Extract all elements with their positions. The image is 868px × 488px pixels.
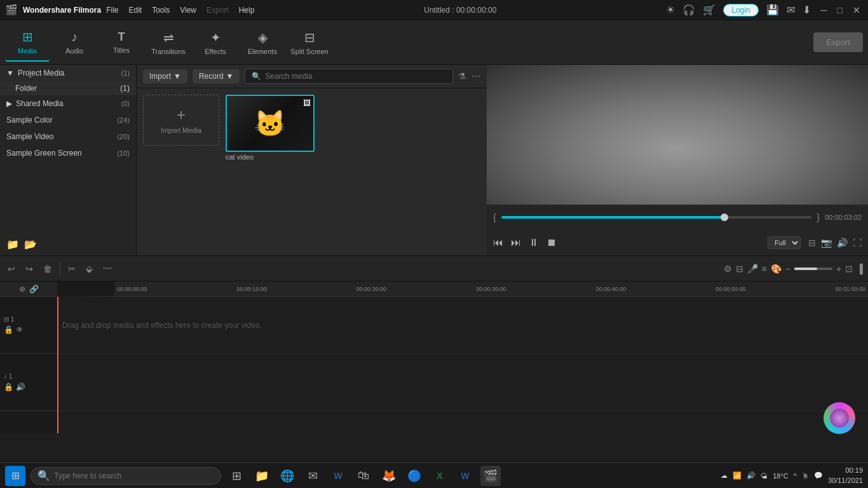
shared-media-item[interactable]: ▶ Shared Media (0) [0,95,136,112]
sample-video-item[interactable]: Sample Video (20) [0,128,136,145]
folder-link-icon[interactable]: 📂 [24,238,37,250]
progress-thumb[interactable] [721,214,728,221]
volume-icon[interactable]: 🔊 [837,238,848,248]
step-back-button[interactable]: ⏭ [511,237,521,248]
redo-button[interactable]: ↪ [23,262,36,275]
menu-file[interactable]: File [106,6,118,15]
search-input[interactable] [265,72,446,81]
headset-icon[interactable]: 🎧 [682,4,695,16]
toolbar-item-audio[interactable]: ♪ Audio [52,24,97,62]
toolbar-item-media[interactable]: ⊞ Media [5,24,50,62]
waveform-button[interactable]: 〰 [100,262,114,275]
excel-icon[interactable]: X [430,466,450,486]
firefox-icon[interactable]: 🦊 [379,466,399,486]
cat-video-thumb[interactable]: 🐱 🖼 cat video [226,95,315,161]
mic-icon[interactable]: 🎤 [747,264,758,274]
stop-button[interactable]: ⏹ [546,237,557,248]
toolbar-item-transitions[interactable]: ⇌ Transitions [146,24,191,62]
crop-icon[interactable]: ⊟ [736,264,743,274]
login-button[interactable]: Login [723,4,758,17]
fullscreen-icon[interactable]: ⛶ [853,238,862,248]
speed-icon[interactable]: ⚙ [724,264,732,274]
timeline-cursor[interactable] [57,297,58,433]
sample-green-item[interactable]: Sample Green Screen (10) [0,145,136,161]
undo-button[interactable]: ↩ [5,262,18,275]
taskbar-search-input[interactable] [54,471,214,480]
taskbar-search[interactable]: 🔍 [31,467,221,485]
edge-icon[interactable]: 🌐 [277,466,297,486]
fit-timeline-icon[interactable]: ⊡ [845,264,853,274]
taskview-button[interactable]: ⊞ [226,466,247,486]
project-media-item[interactable]: ▼ Project Media (1) [0,65,136,81]
network-icon[interactable]: 📶 [733,471,742,480]
export-button[interactable]: Export [813,32,863,52]
audio-mute-icon[interactable]: 🔊 [16,383,25,391]
menu-tools[interactable]: Tools [152,6,170,15]
folder-item[interactable]: Folder (1) [0,81,136,95]
plus-zoom-icon[interactable]: + [836,264,841,274]
record-button[interactable]: Record ▼ [193,69,240,83]
more-options-icon[interactable]: ▐ [857,264,863,274]
filmora-taskbar-icon[interactable]: 🎬 [480,466,501,486]
search-box[interactable]: 🔍 [245,69,453,84]
scissors-button[interactable]: ✂ [65,262,78,275]
minimize-button[interactable]: ─ [818,5,830,15]
delete-button[interactable]: 🗑 [41,262,55,275]
lock-icon[interactable]: 🔒 [4,325,13,334]
video-track-lane[interactable]: Drag and drop media and effects here to … [57,297,868,354]
word2-icon[interactable]: W [455,466,475,486]
pause-button[interactable]: ⏸ [529,237,539,248]
sample-color-item[interactable]: Sample Color (24) [0,112,136,128]
screenshot-icon[interactable]: 📷 [821,238,832,248]
maximize-button[interactable]: □ [835,5,845,15]
download-icon[interactable]: ⬇ [803,4,811,16]
toolbar-item-elements[interactable]: ◈ Elements [240,24,285,62]
link-icon[interactable]: 🔗 [29,285,39,294]
cloud-icon[interactable]: ☁ [721,471,728,480]
word-icon[interactable]: W [328,466,348,486]
start-button[interactable]: ⊞ [5,466,25,486]
mail-icon[interactable]: ✉ [302,466,323,486]
minus-icon[interactable]: − [785,264,790,274]
fit-to-screen-icon[interactable]: ⊟ [808,238,816,248]
sun-icon[interactable]: ☀ [666,4,675,16]
store-icon[interactable]: 🛍 [353,466,374,486]
import-button[interactable]: Import ▼ [143,69,187,83]
eye-icon[interactable]: 👁 [16,325,24,334]
menu-view[interactable]: View [180,6,196,15]
bracket-left-icon[interactable]: { [493,212,496,222]
notification-icon[interactable]: ✉ [787,4,795,16]
skip-back-button[interactable]: ⏮ [493,237,503,248]
color-icon[interactable]: 🎨 [771,264,782,274]
grid-view-icon[interactable]: ⋯ [471,71,480,81]
toolbar-item-split-screen[interactable]: ⊟ Split Screen [287,24,332,62]
align-icon[interactable]: ≡ [762,264,767,274]
zoom-slider[interactable] [794,268,832,270]
snap-icon[interactable]: ⊕ [19,285,25,294]
split-button[interactable]: ⬙ [83,262,95,275]
explorer-icon[interactable]: 📁 [252,466,272,486]
preview-progress-bar[interactable] [501,216,812,219]
speaker-icon[interactable]: 🔊 [747,471,756,480]
add-folder-icon[interactable]: 📁 [6,238,19,250]
zoom-select[interactable]: Full [768,236,801,249]
filter-icon[interactable]: ⚗ [458,71,466,81]
input-method-icon[interactable]: 🖱 [802,472,809,480]
menu-export[interactable]: Export [207,6,229,15]
toolbar-item-titles[interactable]: T Titles [99,24,144,62]
chrome-icon[interactable]: 🔵 [404,466,424,486]
import-media-placeholder[interactable]: + Import Media [143,95,219,146]
menu-help[interactable]: Help [239,6,255,15]
chevron-up-icon[interactable]: ^ [794,472,797,480]
audio-lock-icon[interactable]: 🔒 [4,383,13,391]
menu-bar: File Edit Tools View Export Help [106,6,254,15]
save-icon[interactable]: 💾 [766,4,779,16]
close-button[interactable]: ✕ [850,5,863,15]
cart-icon[interactable]: 🛒 [703,4,715,16]
bracket-right-icon[interactable]: } [817,212,820,222]
toolbar-item-effects[interactable]: ✦ Effects [193,24,238,62]
notification-tray-icon[interactable]: 💬 [814,471,823,480]
system-clock[interactable]: 00:19 30/11/2021 [828,466,863,485]
audio-track-lane[interactable] [57,354,868,411]
menu-edit[interactable]: Edit [128,6,142,15]
